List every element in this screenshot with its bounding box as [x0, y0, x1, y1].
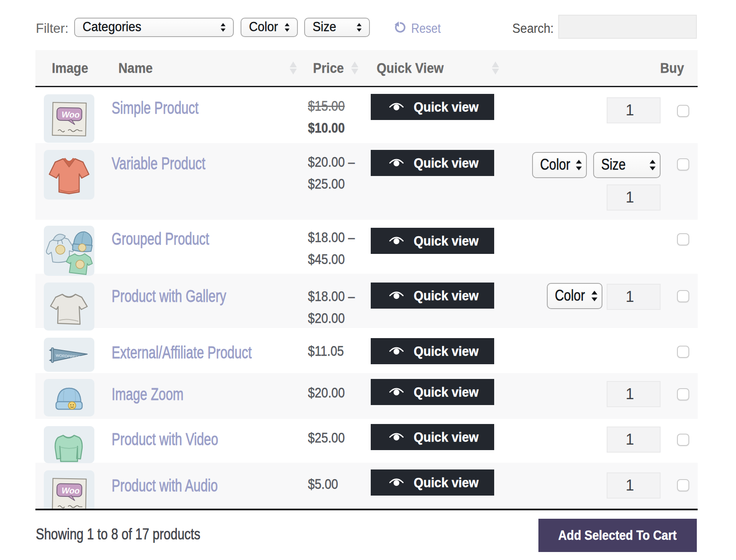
svg-text:Woo: Woo — [62, 486, 80, 496]
svg-text:Woo: Woo — [62, 110, 80, 120]
